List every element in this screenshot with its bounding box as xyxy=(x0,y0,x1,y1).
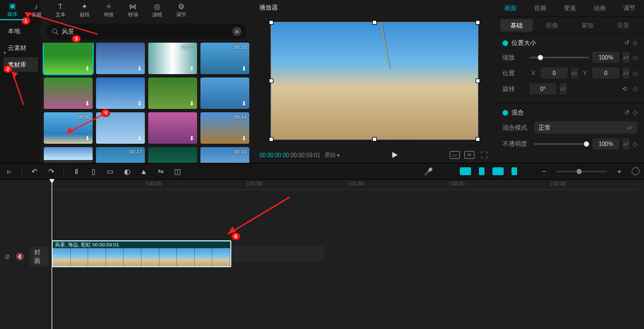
inspector-subtab-0[interactable]: 基础 xyxy=(500,19,533,31)
keyframe-button[interactable]: ◇ xyxy=(633,109,637,116)
opacity-slider[interactable] xyxy=(534,143,589,145)
cover-button[interactable]: 封面 xyxy=(30,247,48,266)
pointer-tool[interactable]: ▹ xyxy=(4,167,13,176)
media-clip[interactable]: ⬇ xyxy=(96,43,145,74)
track-toggle-1[interactable] xyxy=(460,167,471,175)
download-icon[interactable]: ⬇ xyxy=(85,135,90,142)
stepper[interactable]: ▵▿ xyxy=(623,52,629,63)
stepper[interactable]: ▵▿ xyxy=(623,67,629,79)
download-icon[interactable]: ⬇ xyxy=(85,100,90,107)
media-clip[interactable]: 00:15⬇ xyxy=(200,147,249,163)
mic-button[interactable]: 🎤 xyxy=(424,167,433,176)
media-clip[interactable]: ⬇ xyxy=(96,77,145,109)
download-icon[interactable]: ⬇ xyxy=(189,65,194,72)
download-icon[interactable]: ⬇ xyxy=(137,135,142,142)
media-clip[interactable]: ⬇ xyxy=(148,112,197,144)
timeline-clip[interactable]: 风景, 海边, 彩虹 00:00:59:01 xyxy=(52,240,231,267)
opacity-value[interactable]: 100% xyxy=(592,138,619,149)
search-input[interactable] xyxy=(62,28,232,35)
main-tab-5[interactable]: ⋈转场 xyxy=(121,0,145,20)
track-toggle-3[interactable] xyxy=(492,167,504,175)
stepper[interactable]: ▵▿ xyxy=(571,67,578,79)
inspector-tab-3[interactable]: 动画 xyxy=(584,0,614,16)
delete-button[interactable]: ▯ xyxy=(89,167,98,176)
main-tab-4[interactable]: ✧特效 xyxy=(97,0,121,20)
inspector-tab-0[interactable]: 画面 xyxy=(496,0,526,16)
zoom-slider[interactable] xyxy=(556,171,607,172)
media-clip[interactable]: ⬇ xyxy=(96,112,145,144)
inspector-tab-1[interactable]: 音频 xyxy=(526,0,555,16)
marker-button[interactable]: ▲ xyxy=(139,167,148,176)
media-clip[interactable]: 58:00⬇ xyxy=(44,112,93,144)
resize-handle-bl[interactable] xyxy=(269,137,273,141)
media-clip[interactable]: 00:17⬇ xyxy=(96,147,145,163)
download-icon[interactable]: ⬇ xyxy=(189,135,194,142)
download-icon[interactable]: ⬇ xyxy=(137,65,142,72)
redo-button[interactable]: ↷ xyxy=(47,167,56,176)
media-clip[interactable]: ⬇ xyxy=(148,147,197,163)
rotation-value[interactable]: 0° xyxy=(529,83,556,94)
mute-track-icon[interactable]: 🔇 xyxy=(16,253,24,261)
preview-quality-button[interactable]: ▭ xyxy=(450,151,460,159)
pos-y-value[interactable]: 0 xyxy=(592,67,619,79)
sidebar-item-0[interactable]: 本地 xyxy=(3,24,38,38)
timeline-ruler[interactable]: | 00:30| 01:00| 01:30| 02:00| 02:30 xyxy=(51,180,638,190)
inspector-subtab-1[interactable]: 抠像 xyxy=(536,19,569,31)
sidebar-item-1[interactable]: ▸云素材 xyxy=(3,40,38,55)
stepper[interactable]: ▵▿ xyxy=(623,138,629,149)
media-clip[interactable]: 00:10⬇ xyxy=(148,43,197,74)
keyframe-button[interactable]: ◇ xyxy=(633,85,637,93)
download-icon[interactable]: ⬇ xyxy=(85,65,90,72)
media-clip[interactable]: 00:14⬇ xyxy=(200,112,249,144)
download-icon[interactable]: ⬇ xyxy=(241,100,246,107)
media-clip[interactable]: ⬇ xyxy=(200,77,249,109)
resize-handle-tc[interactable] xyxy=(372,20,377,25)
scale-slider[interactable] xyxy=(529,57,589,58)
resize-handle-lc[interactable] xyxy=(269,79,273,83)
timeline-panel[interactable]: | 00:30| 01:00| 01:30| 02:00| 02:30 ⊘ 🔇 … xyxy=(0,180,644,329)
play-button[interactable] xyxy=(344,151,445,159)
section-toggle-icon[interactable] xyxy=(503,110,508,116)
download-icon[interactable]: ⬇ xyxy=(189,100,194,107)
search-clear-button[interactable]: ✕ xyxy=(232,27,241,36)
main-tab-2[interactable]: T文本 xyxy=(48,0,72,20)
download-icon[interactable]: ⬇ xyxy=(241,65,246,72)
keyframe-button[interactable]: ◇ xyxy=(633,39,637,47)
media-clip[interactable]: ⬇ xyxy=(44,77,93,109)
main-tab-1[interactable]: ♪音频 xyxy=(24,0,48,20)
resize-handle-bc[interactable] xyxy=(372,137,377,141)
download-icon[interactable]: ⬇ xyxy=(241,135,246,142)
pos-x-value[interactable]: 0 xyxy=(541,67,568,79)
media-clip[interactable]: ⬇ xyxy=(44,43,93,74)
inspector-subtab-3[interactable]: 背景 xyxy=(608,19,640,31)
section-toggle-icon[interactable] xyxy=(503,40,508,46)
zoom-in-button[interactable]: + xyxy=(615,167,624,176)
resize-handle-tr[interactable] xyxy=(476,20,480,25)
main-tab-3[interactable]: ✦贴纸 xyxy=(72,0,97,20)
preview-area[interactable] xyxy=(259,18,489,144)
zoom-out-button[interactable]: − xyxy=(540,167,549,176)
media-clip[interactable]: ⬇ xyxy=(148,77,197,109)
download-icon[interactable]: ⬇ xyxy=(137,100,142,107)
speed-button[interactable]: ◐ xyxy=(122,167,131,176)
reset-button[interactable]: ↺ xyxy=(624,109,629,116)
resize-handle-tl[interactable] xyxy=(269,20,273,25)
crop-button[interactable]: ◫ xyxy=(173,167,182,176)
link-icon[interactable]: ⟲ xyxy=(619,85,629,93)
scale-value[interactable]: 100% xyxy=(592,52,619,63)
snapshot-button[interactable]: ⧉ xyxy=(464,151,474,159)
resize-handle-rc[interactable] xyxy=(476,79,480,83)
reset-button[interactable]: ↺ xyxy=(624,39,629,47)
undo-button[interactable]: ↶ xyxy=(30,167,39,176)
media-clip[interactable]: ⬇ xyxy=(44,147,93,163)
track-toggle-2[interactable] xyxy=(479,167,485,175)
track-toggle-4[interactable] xyxy=(511,167,517,175)
aspect-ratio-selector[interactable]: 原始 ▾ xyxy=(325,151,340,159)
split-button[interactable]: Ⅱ xyxy=(72,167,81,176)
blend-mode-select[interactable]: 正常 ▵▿ xyxy=(534,121,637,134)
inspector-tab-2[interactable]: 变速 xyxy=(555,0,585,16)
mirror-button[interactable]: ⇋ xyxy=(156,167,165,176)
keyframe-button[interactable]: ◇ xyxy=(633,54,637,61)
main-tab-7[interactable]: ⚙调节 xyxy=(169,0,193,20)
stepper[interactable]: ▵▿ xyxy=(560,83,567,94)
